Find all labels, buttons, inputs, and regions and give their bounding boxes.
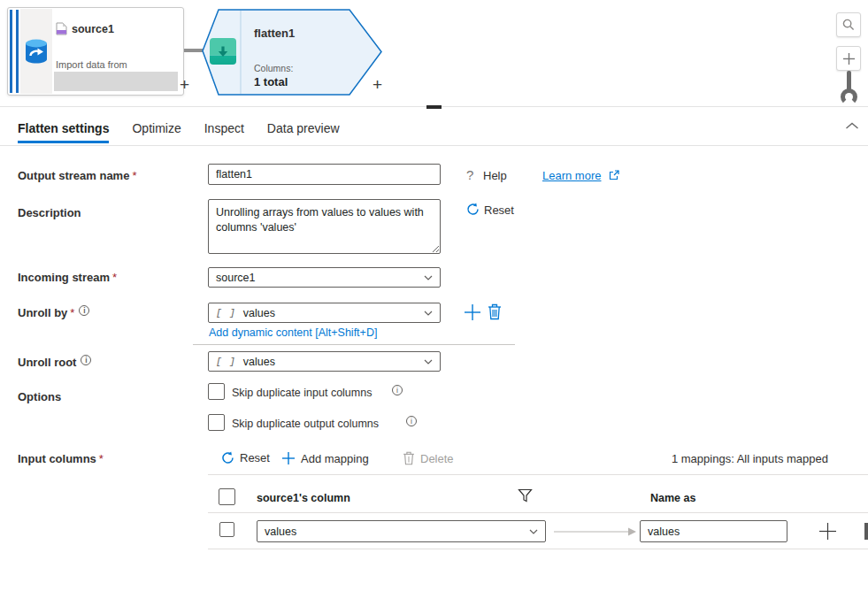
reset-icon bbox=[221, 451, 234, 464]
tabbar-divider bbox=[0, 145, 868, 146]
info-icon[interactable]: i bbox=[392, 385, 403, 395]
flatten-transformation-panel: source1 Import data from + flatten1 Colu… bbox=[0, 0, 868, 614]
collapse-panel-button[interactable] bbox=[845, 122, 859, 130]
output-stream-label: Output stream name* bbox=[18, 169, 136, 182]
array-type-badge: [ ] bbox=[216, 308, 236, 319]
tab-data-preview[interactable]: Data preview bbox=[267, 121, 340, 143]
description-textarea[interactable]: Unrolling arrays from values to values w… bbox=[208, 199, 441, 254]
options-label: Options bbox=[18, 390, 61, 403]
source-node-title: source1 bbox=[72, 23, 114, 35]
unroll-section-divider bbox=[193, 344, 515, 345]
trash-icon bbox=[403, 451, 415, 465]
input-columns-label: Input columns* bbox=[18, 452, 104, 465]
canvas-search-button[interactable] bbox=[836, 12, 861, 37]
source-accent-stripe bbox=[10, 10, 12, 93]
tab-flatten-settings[interactable]: Flatten settings bbox=[18, 121, 109, 143]
info-icon[interactable]: i bbox=[81, 355, 91, 365]
external-link-icon[interactable] bbox=[609, 170, 619, 180]
source-column-header: source1's column bbox=[257, 492, 350, 504]
add-dynamic-content-link[interactable]: Add dynamic content [Alt+Shift+D] bbox=[209, 326, 377, 339]
output-stream-input[interactable] bbox=[208, 164, 441, 185]
add-transformation-button[interactable]: + bbox=[373, 76, 382, 93]
canvas-zoom-in-button[interactable] bbox=[836, 46, 861, 71]
name-as-input[interactable] bbox=[640, 520, 787, 542]
unroll-by-value: values bbox=[243, 307, 424, 319]
incoming-stream-label: Incoming stream* bbox=[18, 271, 117, 284]
source-accent-stripe bbox=[16, 10, 19, 93]
source-node-subtitle: Import data from bbox=[56, 59, 127, 70]
flatten-icon bbox=[210, 38, 236, 65]
chevron-up-icon bbox=[845, 122, 859, 130]
chevron-down-icon bbox=[424, 311, 433, 316]
add-transformation-button[interactable]: + bbox=[180, 76, 189, 93]
dataset-file-icon bbox=[56, 22, 67, 35]
reset-icon[interactable] bbox=[466, 203, 480, 216]
skip-duplicate-input-label: Skip duplicate input columns bbox=[232, 387, 372, 399]
source-node[interactable]: source1 Import data from bbox=[7, 7, 184, 96]
flatten-columns-value: 1 total bbox=[254, 75, 288, 88]
flatten-node[interactable]: flatten1 Columns: 1 total bbox=[202, 9, 383, 96]
table-divider bbox=[208, 549, 868, 549]
info-icon[interactable]: i bbox=[406, 416, 417, 426]
add-mapping-button[interactable]: Add mapping bbox=[281, 451, 369, 465]
unroll-root-dropdown[interactable]: [ ] values bbox=[208, 351, 441, 372]
plus-icon bbox=[842, 52, 856, 65]
settings-tabbar: Flatten settings Optimize Inspect Data p… bbox=[18, 113, 340, 143]
chevron-down-icon bbox=[424, 359, 433, 365]
source-dataset-placeholder bbox=[54, 72, 178, 91]
delete-unroll-button[interactable] bbox=[488, 303, 502, 320]
delete-mapping-button[interactable]: Delete bbox=[403, 451, 454, 465]
help-icon: ? bbox=[466, 167, 473, 182]
info-icon[interactable]: i bbox=[79, 305, 89, 316]
mapping-summary: 1 mappings: All inputs mapped bbox=[672, 452, 828, 465]
row-checkbox[interactable] bbox=[219, 522, 234, 537]
database-icon bbox=[25, 39, 48, 64]
name-as-header: Name as bbox=[650, 492, 695, 504]
reset-button[interactable]: Reset bbox=[484, 203, 514, 217]
help-button[interactable]: Help bbox=[483, 169, 507, 182]
skip-duplicate-input-checkbox[interactable] bbox=[208, 383, 225, 400]
table-divider bbox=[208, 512, 868, 513]
add-unroll-button[interactable] bbox=[464, 303, 481, 321]
flatten-node-title: flatten1 bbox=[254, 27, 295, 40]
table-divider bbox=[208, 474, 868, 475]
tab-optimize[interactable]: Optimize bbox=[132, 121, 181, 143]
source-column-value: values bbox=[265, 526, 529, 538]
chevron-down-icon bbox=[424, 275, 433, 280]
select-all-checkbox[interactable] bbox=[219, 488, 235, 505]
source-column-dropdown[interactable]: values bbox=[257, 520, 546, 542]
tab-inspect[interactable]: Inspect bbox=[204, 121, 244, 143]
unroll-by-label: Unroll by*i bbox=[18, 305, 89, 319]
description-label: Description bbox=[18, 206, 81, 219]
source-icon-panel bbox=[20, 9, 52, 94]
add-row-mapping-button[interactable] bbox=[818, 522, 837, 541]
delete-row-icon-clipped[interactable] bbox=[864, 523, 868, 540]
unroll-by-dropdown[interactable]: [ ] values bbox=[208, 303, 441, 323]
mapping-arrow-icon bbox=[554, 526, 637, 537]
plus-icon bbox=[281, 451, 296, 465]
panel-resize-gripper[interactable] bbox=[426, 105, 442, 109]
skip-duplicate-output-checkbox[interactable] bbox=[208, 414, 225, 431]
incoming-stream-value: source1 bbox=[216, 272, 424, 284]
zoom-slider-handle[interactable] bbox=[841, 88, 857, 105]
incoming-stream-dropdown[interactable]: source1 bbox=[208, 267, 441, 288]
unroll-root-value: values bbox=[243, 356, 424, 368]
unroll-root-label: Unroll rooti bbox=[18, 355, 91, 369]
flatten-columns-label: Columns: bbox=[254, 63, 293, 73]
learn-more-link[interactable]: Learn more bbox=[542, 169, 601, 182]
search-icon bbox=[842, 19, 855, 31]
mapping-reset-button[interactable]: Reset bbox=[221, 451, 270, 464]
chevron-down-icon bbox=[529, 529, 538, 534]
skip-duplicate-output-label: Skip duplicate output columns bbox=[232, 418, 379, 430]
filter-icon[interactable] bbox=[518, 488, 533, 503]
array-type-badge: [ ] bbox=[216, 357, 236, 367]
